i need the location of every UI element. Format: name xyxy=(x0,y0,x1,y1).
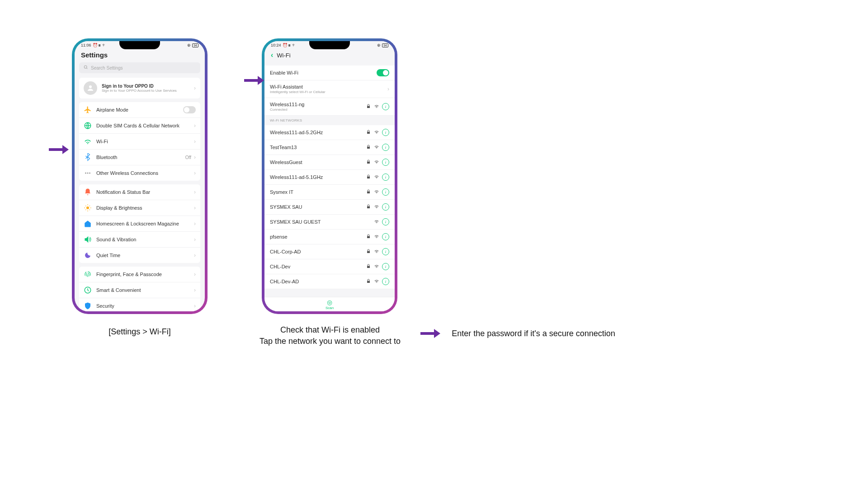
svg-rect-11 xyxy=(367,147,370,149)
row-label: Security xyxy=(96,303,191,309)
settings-row[interactable]: Fingerprint, Face & Passcode› xyxy=(79,267,200,282)
chevron-right-icon: › xyxy=(194,287,196,293)
network-row[interactable]: Wireless111-ad-5.1GHzi xyxy=(264,170,395,185)
settings-row[interactable]: Security› xyxy=(79,298,200,311)
chevron-right-icon: › xyxy=(194,303,196,309)
chevron-right-icon: › xyxy=(194,252,196,258)
info-icon[interactable]: i xyxy=(382,103,389,110)
wifi-assistant-row[interactable]: Wi-Fi Assistant Intelligently select Wi-… xyxy=(264,80,395,98)
arrow-indicator-2 xyxy=(244,76,264,85)
info-icon[interactable]: i xyxy=(382,129,389,136)
network-row[interactable]: SYSMEX SAU GUESTi xyxy=(264,215,395,230)
network-row[interactable]: WirelessGuesti xyxy=(264,155,395,170)
row-label: Bluetooth xyxy=(96,155,185,160)
row-label: Wi-Fi xyxy=(96,139,191,144)
notch xyxy=(309,41,350,49)
settings-row[interactable]: Other Wireless Connections› xyxy=(79,165,200,181)
phone-screen: 11:06 ⏰ ▦ ᯤ ⊕ 94 Settings Search Setting… xyxy=(75,41,205,311)
info-icon[interactable]: i xyxy=(382,203,389,211)
wifi-icon xyxy=(84,137,92,145)
settings-scroll[interactable]: Search Settings Sign in to Your OPPO ID … xyxy=(75,62,205,311)
phone-screen: 10:24 ⏰ ▦ ᯤ ⊕ 94 ‹ Wi-Fi Enable Wi-Fi Wi… xyxy=(264,41,395,311)
status-time: 10:24 xyxy=(271,43,281,47)
info-icon[interactable]: i xyxy=(382,218,389,225)
wifi-signal-icon xyxy=(374,278,379,285)
info-icon[interactable]: i xyxy=(382,263,389,270)
chevron-right-icon: › xyxy=(194,170,196,176)
status-icons: ⏰ ▦ ᯤ xyxy=(93,43,106,47)
info-icon[interactable]: i xyxy=(382,159,389,166)
network-row[interactable]: Wireless111-ad-5.2GHzi xyxy=(264,125,395,140)
info-icon[interactable]: i xyxy=(382,278,389,285)
globe-icon xyxy=(84,122,92,130)
svg-rect-20 xyxy=(49,148,62,151)
settings-row[interactable]: Quiet Time› xyxy=(79,248,200,263)
settings-row[interactable]: Wi-Fi› xyxy=(79,134,200,150)
scan-button[interactable]: ◎ Scan xyxy=(264,297,395,311)
network-row[interactable]: pfsensei xyxy=(264,230,395,244)
phone-wifi: 10:24 ⏰ ▦ ᯤ ⊕ 94 ‹ Wi-Fi Enable Wi-Fi Wi… xyxy=(262,38,397,314)
settings-group: Notification & Status Bar›Display & Brig… xyxy=(79,184,200,263)
settings-row[interactable]: BluetoothOff› xyxy=(79,150,200,165)
scan-icon: ◎ xyxy=(327,299,332,306)
network-row[interactable]: CHL-Corp-ADi xyxy=(264,244,395,259)
svg-rect-10 xyxy=(367,132,370,134)
lock-icon xyxy=(366,204,371,210)
wifi-toggle[interactable] xyxy=(377,69,389,76)
chevron-right-icon: › xyxy=(194,271,196,277)
wifi-signal-icon xyxy=(374,219,379,225)
info-icon[interactable]: i xyxy=(382,248,389,255)
header: Settings xyxy=(75,48,205,62)
enable-wifi-row[interactable]: Enable Wi-Fi xyxy=(264,66,395,80)
chevron-right-icon: › xyxy=(194,154,196,160)
smart-icon xyxy=(84,286,92,294)
network-icons: i xyxy=(374,218,389,225)
info-icon[interactable]: i xyxy=(382,174,389,181)
settings-row[interactable]: Double SIM Cards & Cellular Network› xyxy=(79,118,200,134)
svg-marker-21 xyxy=(62,145,69,154)
settings-group: Fingerprint, Face & Passcode›Smart & Con… xyxy=(79,267,200,311)
network-name: Wireless111-ad-5.1GHz xyxy=(270,174,366,180)
info-icon[interactable]: i xyxy=(382,188,389,196)
settings-row[interactable]: Display & Brightness› xyxy=(79,200,200,216)
settings-row[interactable]: Airplane Mode xyxy=(79,102,200,118)
network-row[interactable]: TestTeam13i xyxy=(264,140,395,155)
settings-row[interactable]: Notification & Status Bar› xyxy=(79,184,200,200)
chevron-right-icon: › xyxy=(194,205,196,211)
svg-rect-9 xyxy=(367,106,370,108)
settings-row[interactable]: Homescreen & Lockscreen Magazine› xyxy=(79,216,200,232)
signin-card[interactable]: Sign in to Your OPPO ID Sign in to Your … xyxy=(79,78,200,99)
network-name: Sysmex IT xyxy=(270,189,366,195)
wifi-scroll[interactable]: Enable Wi-Fi Wi-Fi Assistant Intelligent… xyxy=(264,63,395,301)
network-row[interactable]: CHL-Dev-ADi xyxy=(264,274,395,289)
lock-icon xyxy=(366,174,371,180)
header: ‹ Wi-Fi xyxy=(264,48,395,63)
wifi-signal-icon xyxy=(374,144,379,150)
status-time: 11:06 xyxy=(81,43,91,47)
wifi-signal-icon xyxy=(374,249,379,255)
row-label: Display & Brightness xyxy=(96,205,191,211)
info-icon[interactable]: i xyxy=(382,233,389,240)
sun-icon xyxy=(84,204,92,212)
info-icon[interactable]: i xyxy=(382,144,389,151)
network-row[interactable]: Sysmex ITi xyxy=(264,185,395,200)
lock-icon xyxy=(366,234,371,240)
settings-row[interactable]: Smart & Convenient› xyxy=(79,282,200,298)
chevron-right-icon: › xyxy=(194,236,196,243)
back-button[interactable]: ‹ xyxy=(271,51,273,59)
settings-row[interactable]: Sound & Vibration› xyxy=(79,232,200,248)
network-row[interactable]: SYSMEX SAUi xyxy=(264,200,395,215)
assistant-subtitle: Intelligently select Wi-Fi or Cellular xyxy=(270,90,385,94)
svg-line-1 xyxy=(86,68,87,69)
network-name: SYSMEX SAU GUEST xyxy=(270,219,374,225)
wifi-signal-icon xyxy=(374,263,379,270)
connected-network-row[interactable]: Wireless111-ng Connected i xyxy=(264,98,395,116)
svg-rect-14 xyxy=(367,192,370,194)
search-input[interactable]: Search Settings xyxy=(79,62,200,73)
wifi-signal-icon xyxy=(374,174,379,180)
arrow-indicator-1 xyxy=(49,145,69,154)
network-row[interactable]: CHL-Devi xyxy=(264,259,395,274)
network-name: pfsense xyxy=(270,234,366,239)
network-icons: i xyxy=(366,248,389,255)
toggle[interactable] xyxy=(183,106,196,113)
